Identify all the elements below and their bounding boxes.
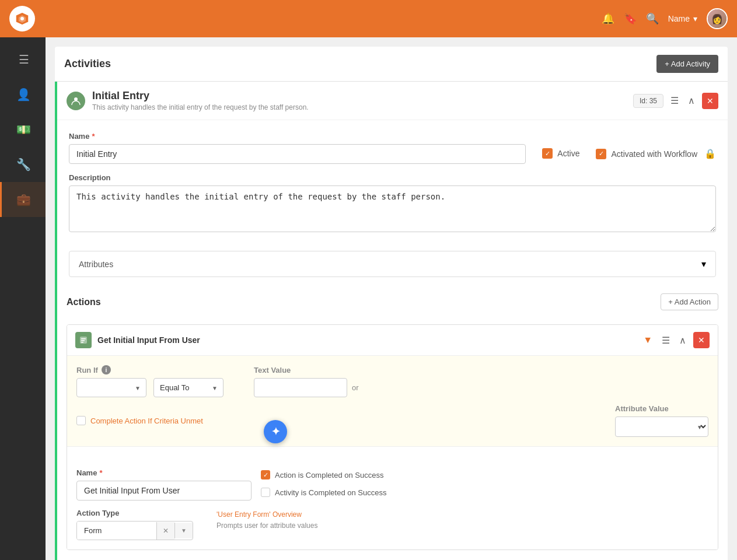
bookmarks-icon[interactable]: 🔖 [624,12,637,25]
sidebar-item-person[interactable]: 👤 [0,77,46,112]
action-type-clear-button[interactable]: ✕ [156,522,174,540]
activity-completed-label: Activity is Completed on Success [275,488,386,497]
action-filter-button[interactable]: ▼ [641,332,655,348]
attribute-value-label: Attribute Value [615,404,708,413]
activated-workflow-label: Activated with Workflow [611,149,697,159]
sidebar-item-briefcase[interactable]: 💼 [0,182,46,217]
text-value-group: Text Value or [254,366,359,397]
name-input[interactable] [69,144,526,164]
action-type-icon [75,332,92,348]
run-if-row: Run If i [76,365,708,397]
tools-icon: 🔧 [16,158,31,172]
activated-workflow-group: ✓ Activated with Workflow 🔒 [596,148,716,159]
complete-action-row: Complete Action If Criteria Unmet [76,404,203,437]
attributes-header[interactable]: Attributes ▾ [69,251,715,276]
action-name-label: Name * [76,468,252,477]
activity-completed-checkbox[interactable] [261,488,270,497]
text-value-input[interactable] [254,378,347,397]
svg-point-1 [74,97,78,101]
equal-to-select[interactable]: Equal To [153,378,223,397]
activity-body: Name * ✓ Active [57,120,728,251]
action-collapse-button[interactable]: ∧ [677,332,689,348]
action-card-header: Get Initial Input From User ▼ ☰ ∧ ✕ [67,325,718,356]
svg-point-0 [20,17,24,20]
user-name-label: Name [668,14,690,23]
avatar[interactable]: 👩 [707,8,728,29]
complete-action-label: Complete Action If Criteria Unmet [90,416,203,425]
action-card: Get Initial Input From User ▼ ☰ ∧ ✕ [67,324,718,550]
activities-title: Activities [64,58,111,70]
activity-card-header: Initial Entry This activity handles the … [57,82,728,120]
action-menu-button[interactable]: ☰ [659,332,672,348]
search-icon[interactable]: 🔍 [646,12,659,25]
action-completed-label: Action is Completed on Success [275,471,383,480]
action-name-group: Name * [76,468,252,501]
main-layout: ☰ 👤 💵 🔧 💼 Activities + Add Activity [0,37,737,560]
description-label: Description [69,173,716,182]
action-completed-group: ✓ Action is Completed on Success [261,470,386,480]
top-nav: 🔔 🔖 🔍 Name ▾ 👩 [0,0,737,37]
menu-icon: ☰ [19,52,29,66]
app-logo[interactable] [9,6,35,32]
action-delete-button[interactable]: ✕ [693,332,710,348]
overview-link[interactable]: 'User Entry Form' Overview [216,510,302,519]
run-if-select[interactable] [76,378,146,397]
action-name-row: Name * ✓ [76,456,708,501]
add-action-button[interactable]: + Add Action [661,293,718,310]
notifications-icon[interactable]: 🔔 [602,12,614,25]
actions-section: Actions + Add Action [57,286,728,550]
activity-completed-group: Activity is Completed on Success [261,488,386,497]
active-checkbox[interactable]: ✓ [542,148,553,159]
action-completed-checkbox[interactable]: ✓ [261,470,270,480]
run-if-section: Run If i [67,356,718,447]
briefcase-icon: 💼 [16,192,31,206]
sidebar-item-menu[interactable]: ☰ [0,42,46,77]
lock-icon: 🔒 [704,148,716,159]
activity-collapse-button[interactable]: ∧ [686,93,697,108]
wizard-bubble[interactable]: ✦ [264,420,287,443]
attributes-chevron: ▾ [701,258,706,270]
action-header-right: ▼ ☰ ∧ ✕ [641,332,710,348]
equal-to-select-wrapper: Equal To [153,378,223,397]
activity-header-right: Id: 35 ☰ ∧ ✕ [633,93,718,109]
svg-rect-5 [81,342,83,343]
actions-header: Actions + Add Action [67,286,718,317]
add-activity-button[interactable]: + Add Activity [656,55,718,73]
complete-action-checkbox[interactable] [76,416,86,425]
or-text: or [352,383,359,392]
run-if-select-wrapper [76,378,146,397]
text-value-label: Text Value [254,366,359,374]
action-type-dropdown-button[interactable]: ▼ [174,523,193,538]
active-label: Active [557,149,579,158]
bottom-spacer [57,557,728,560]
activity-menu-button[interactable]: ☰ [668,93,681,108]
equal-to-group: Equal To [153,378,223,397]
action-type-value: Form [77,522,156,540]
content-area: Activities + Add Activity Initial Entry … [46,37,737,560]
action-type-group: Action Type Form ✕ ▼ [76,509,193,540]
sidebar-item-finance[interactable]: 💵 [0,112,46,147]
active-checkbox-group: ✓ Active [542,148,579,159]
dropdown-arrow: ▾ [693,14,697,23]
action-name-input[interactable] [76,481,252,501]
person-icon: 👤 [16,88,31,102]
activity-subtitle: This activity handles the initial entry … [92,103,309,111]
overview-desc: Prompts user for attribute values [216,522,317,530]
attribute-value-group: Attribute Value [615,404,708,437]
description-textarea[interactable]: This activity handles the initial entry … [69,186,716,232]
run-if-info-icon[interactable]: i [102,365,111,374]
attributes-section: Attributes ▾ [69,251,716,277]
attribute-value-select[interactable] [615,416,708,437]
name-row: Name * ✓ Active [69,132,716,164]
activated-workflow-checkbox[interactable]: ✓ [596,149,606,159]
sidebar-item-tools[interactable]: 🔧 [0,147,46,182]
activity-card: Initial Entry This activity handles the … [55,82,728,560]
activity-id-badge: Id: 35 [633,94,663,108]
svg-rect-4 [81,340,85,341]
user-menu[interactable]: Name ▾ [668,14,697,23]
required-indicator: * [92,132,95,141]
activity-delete-button[interactable]: ✕ [702,93,718,109]
action-type-select-wrapper: Form ✕ ▼ [76,521,193,540]
name-label: Name * [69,132,526,141]
action-type-label: Action Type [76,509,193,517]
